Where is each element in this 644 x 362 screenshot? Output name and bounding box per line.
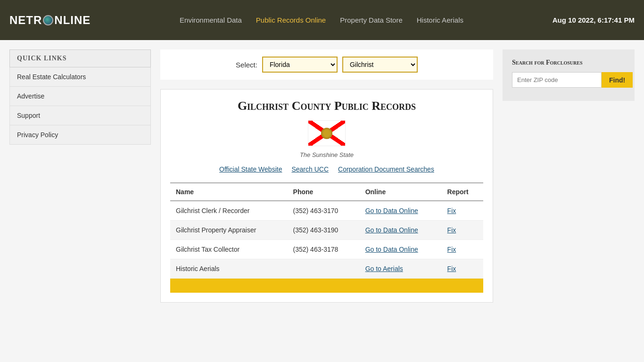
sidebar-item-privacy[interactable]: Privacy Policy [9, 125, 151, 145]
cell-report: Fix [442, 259, 483, 279]
cell-online: Go to Data Online [360, 221, 442, 240]
sidebar-title: Quick Links [9, 49, 151, 67]
nav-property-data-store[interactable]: Property Data Store [340, 16, 403, 24]
cell-name: Historic Aerials [170, 259, 288, 279]
nav-environmental-data[interactable]: Environmental Data [180, 16, 242, 24]
table-row: Gilchrist Tax Collector(352) 463-3178Go … [170, 240, 483, 259]
online-link[interactable]: Go to Data Online [365, 226, 418, 234]
cell-online: Go to Data Online [360, 201, 442, 221]
table-row: Gilchrist Property Appraiser(352) 463-31… [170, 221, 483, 240]
main-content: Select: Florida Gilchrist Gilchrist Coun… [160, 49, 493, 303]
foreclosure-box: Search for Forclosures Find! [503, 49, 635, 101]
table-row: Historic AerialsGo to AerialsFix [170, 259, 483, 279]
cell-phone: (352) 463-3170 [288, 201, 360, 221]
county-box: Gilchrist County Public Records The Suns… [160, 89, 493, 303]
site-logo[interactable]: NETRNLINE [9, 14, 91, 27]
cell-phone: (352) 463-3190 [288, 221, 360, 240]
county-links: Official State Website Search UCC Corpor… [170, 165, 483, 173]
flag-seal [321, 128, 332, 139]
main-wrapper: Quick Links Real Estate Calculators Adve… [0, 40, 644, 312]
cell-name: Gilchrist Tax Collector [170, 240, 288, 259]
records-table: Name Phone Online Report Gilchrist Clerk… [170, 182, 483, 279]
cell-name: Gilchrist Clerk / Recorder [170, 201, 288, 221]
report-link[interactable]: Fix [447, 265, 456, 272]
select-label: Select: [236, 61, 257, 69]
table-row: Gilchrist Clerk / Recorder(352) 463-3170… [170, 201, 483, 221]
find-button[interactable]: Find! [602, 72, 633, 88]
logo-text-nline: NLINE [54, 14, 91, 27]
report-link[interactable]: Fix [447, 246, 456, 253]
sidebar-item-real-estate[interactable]: Real Estate Calculators [9, 67, 151, 87]
foreclosure-title: Search for Forclosures [512, 59, 625, 66]
main-nav: Environmental Data Public Records Online… [180, 16, 463, 24]
state-flag-container [170, 120, 483, 148]
sidebar-item-advertise[interactable]: Advertise [9, 87, 151, 106]
link-official-state[interactable]: Official State Website [219, 165, 282, 173]
cell-online: Go to Data Online [360, 240, 442, 259]
state-motto: The Sunshine State [170, 151, 483, 158]
county-title: Gilchrist County Public Records [170, 99, 483, 113]
nav-historic-aerials[interactable]: Historic Aerials [417, 16, 463, 24]
cell-report: Fix [442, 221, 483, 240]
state-select[interactable]: Florida [262, 57, 338, 73]
col-phone: Phone [288, 183, 360, 201]
nav-public-records[interactable]: Public Records Online [256, 16, 326, 24]
logo-text-netr: NETR [9, 14, 42, 27]
zip-input[interactable] [512, 72, 602, 88]
link-search-ucc[interactable]: Search UCC [291, 165, 329, 173]
right-panel: Search for Forclosures Find! [503, 49, 635, 303]
sidebar: Quick Links Real Estate Calculators Adve… [9, 49, 151, 303]
foreclosure-input-row: Find! [512, 72, 625, 88]
cell-report: Fix [442, 240, 483, 259]
cell-report: Fix [442, 201, 483, 221]
cell-online: Go to Aerials [360, 259, 442, 279]
online-link[interactable]: Go to Aerials [365, 265, 403, 272]
globe-icon [43, 15, 53, 25]
report-link[interactable]: Fix [447, 207, 456, 214]
online-link[interactable]: Go to Data Online [365, 207, 418, 214]
state-flag [308, 120, 346, 146]
yellow-bar [170, 279, 483, 293]
col-online: Online [360, 183, 442, 201]
link-corp-doc[interactable]: Corporation Document Searches [338, 165, 434, 173]
col-report: Report [442, 183, 483, 201]
sidebar-item-support[interactable]: Support [9, 106, 151, 125]
select-row: Select: Florida Gilchrist [160, 49, 493, 80]
cell-name: Gilchrist Property Appraiser [170, 221, 288, 240]
online-link[interactable]: Go to Data Online [365, 246, 418, 253]
cell-phone [288, 259, 360, 279]
report-link[interactable]: Fix [447, 226, 456, 234]
site-header: NETRNLINE Environmental Data Public Reco… [0, 0, 644, 40]
col-name: Name [170, 183, 288, 201]
county-select[interactable]: Gilchrist [342, 57, 418, 73]
cell-phone: (352) 463-3178 [288, 240, 360, 259]
header-datetime: Aug 10 2022, 6:17:41 PM [553, 16, 635, 24]
